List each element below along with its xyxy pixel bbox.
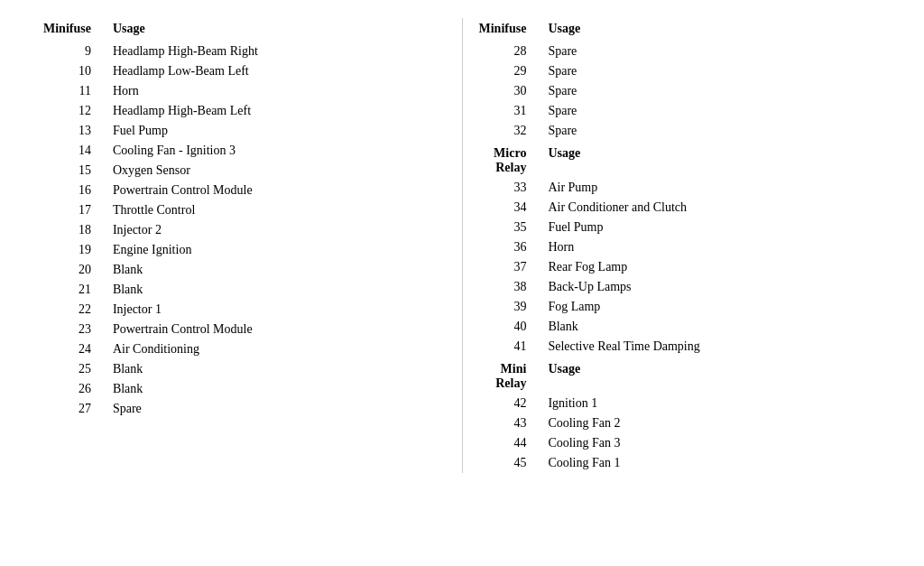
- minifuse-number: 29: [472, 61, 541, 81]
- minifuse-number: 16: [36, 181, 106, 200]
- table-row: 14Cooling Fan - Ignition 3: [36, 141, 453, 161]
- minifuse-number: 13: [36, 121, 106, 141]
- usage-text: Injector 2: [106, 220, 453, 240]
- minifuse-number: 34: [472, 198, 541, 218]
- table-row: 25Blank: [36, 359, 453, 379]
- usage-text: Cooling Fan 2: [541, 413, 888, 433]
- minifuse-number: 27: [36, 399, 106, 419]
- table-row: 9Headlamp High-Beam Right: [36, 42, 453, 61]
- usage-text: Powertrain Control Module: [106, 320, 453, 339]
- table-row: 15Oxygen Sensor: [36, 161, 453, 181]
- usage-text: Powertrain Control Module: [106, 181, 453, 200]
- minifuse-number: 31: [472, 101, 541, 121]
- usage-text: Engine Ignition: [106, 240, 453, 260]
- usage-text: Blank: [106, 379, 453, 399]
- minifuse-number: 43: [472, 413, 541, 433]
- table-row: 27Spare: [36, 399, 453, 419]
- minifuse-number: 41: [472, 337, 541, 357]
- right-header-minifuse: Minifuse: [472, 18, 541, 42]
- table-row: 12Headlamp High-Beam Left: [36, 101, 453, 121]
- minifuse-number: 24: [36, 339, 106, 359]
- usage-text: Horn: [541, 237, 888, 257]
- minifuse-number: 32: [472, 121, 541, 141]
- table-row: 37Rear Fog Lamp: [472, 257, 889, 277]
- left-header-minifuse: Minifuse: [36, 18, 106, 42]
- usage-text: Air Pump: [541, 178, 888, 198]
- usage-text: Headlamp High-Beam Right: [106, 42, 453, 61]
- minifuse-number: 37: [472, 257, 541, 277]
- minifuse-number: 40: [472, 317, 541, 337]
- minifuse-number: 42: [472, 394, 541, 413]
- minifuse-number: 15: [36, 161, 106, 181]
- usage-text: Spare: [541, 61, 888, 81]
- minifuse-number: 39: [472, 297, 541, 317]
- usage-text: Injector 1: [106, 300, 453, 320]
- minifuse-number: 45: [472, 453, 541, 473]
- minifuse-number: 26: [36, 379, 106, 399]
- table-row: 11Horn: [36, 81, 453, 101]
- minifuse-number: 33: [472, 178, 541, 198]
- table-row: 33Air Pump: [472, 178, 889, 198]
- table-row: 43Cooling Fan 2: [472, 413, 889, 433]
- table-row: 22Injector 1: [36, 300, 453, 320]
- usage-text: Back-Up Lamps: [541, 277, 888, 297]
- table-row: 20Blank: [36, 260, 453, 280]
- minifuse-number: 20: [36, 260, 106, 280]
- usage-text: Spare: [106, 399, 453, 419]
- table-row: 21Blank: [36, 280, 453, 300]
- usage-text: Cooling Fan 3: [541, 433, 888, 453]
- table-row: 17Throttle Control: [36, 200, 453, 220]
- table-row: 31Spare: [472, 101, 889, 121]
- table-row: 16Powertrain Control Module: [36, 181, 453, 200]
- table-row: 32Spare: [472, 121, 889, 141]
- minifuse-number: 25: [36, 359, 106, 379]
- left-header-usage: Usage: [106, 18, 453, 42]
- usage-text: Headlamp Low-Beam Left: [106, 61, 453, 81]
- table-row: 24Air Conditioning: [36, 339, 453, 359]
- left-table-section: Minifuse Usage 9Headlamp High-Beam Right…: [36, 18, 453, 473]
- table-row: 44Cooling Fan 3: [472, 433, 889, 453]
- minifuse-number: 18: [36, 220, 106, 240]
- minifuse-number: 19: [36, 240, 106, 260]
- table-row: 10Headlamp Low-Beam Left: [36, 61, 453, 81]
- table-row: 19Engine Ignition: [36, 240, 453, 260]
- usage-text: Air Conditioning: [106, 339, 453, 359]
- usage-text: Horn: [106, 81, 453, 101]
- minifuse-number: 30: [472, 81, 541, 101]
- table-row: 40Blank: [472, 317, 889, 337]
- usage-text: Blank: [541, 317, 888, 337]
- table-row: 34Air Conditioner and Clutch: [472, 198, 889, 218]
- table-row: Mini RelayUsage: [472, 357, 889, 394]
- section-header-usage: Usage: [541, 141, 888, 178]
- table-row: 45Cooling Fan 1: [472, 453, 889, 473]
- main-container: Minifuse Usage 9Headlamp High-Beam Right…: [36, 18, 888, 473]
- table-row: 26Blank: [36, 379, 453, 399]
- column-divider: [462, 18, 463, 473]
- usage-text: Blank: [106, 260, 453, 280]
- usage-text: Spare: [541, 81, 888, 101]
- usage-text: Air Conditioner and Clutch: [541, 198, 888, 218]
- table-row: Micro RelayUsage: [472, 141, 889, 178]
- usage-text: Rear Fog Lamp: [541, 257, 888, 277]
- minifuse-number: 9: [36, 42, 106, 61]
- table-row: 36Horn: [472, 237, 889, 257]
- usage-text: Blank: [106, 280, 453, 300]
- table-row: 30Spare: [472, 81, 889, 101]
- usage-text: Blank: [106, 359, 453, 379]
- table-row: 39Fog Lamp: [472, 297, 889, 317]
- minifuse-number: 11: [36, 81, 106, 101]
- right-table-section: Minifuse Usage 28Spare29Spare30Spare31Sp…: [472, 18, 889, 473]
- usage-text: Fuel Pump: [106, 121, 453, 141]
- minifuse-number: 14: [36, 141, 106, 161]
- minifuse-number: 21: [36, 280, 106, 300]
- usage-text: Fuel Pump: [541, 218, 888, 237]
- minifuse-number: 36: [472, 237, 541, 257]
- table-row: 23Powertrain Control Module: [36, 320, 453, 339]
- section-header-usage: Usage: [541, 357, 888, 394]
- minifuse-number: 12: [36, 101, 106, 121]
- left-table: Minifuse Usage 9Headlamp High-Beam Right…: [36, 18, 453, 419]
- table-row: 35Fuel Pump: [472, 218, 889, 237]
- right-table: Minifuse Usage 28Spare29Spare30Spare31Sp…: [472, 18, 889, 473]
- usage-text: Ignition 1: [541, 394, 888, 413]
- minifuse-number: 28: [472, 42, 541, 61]
